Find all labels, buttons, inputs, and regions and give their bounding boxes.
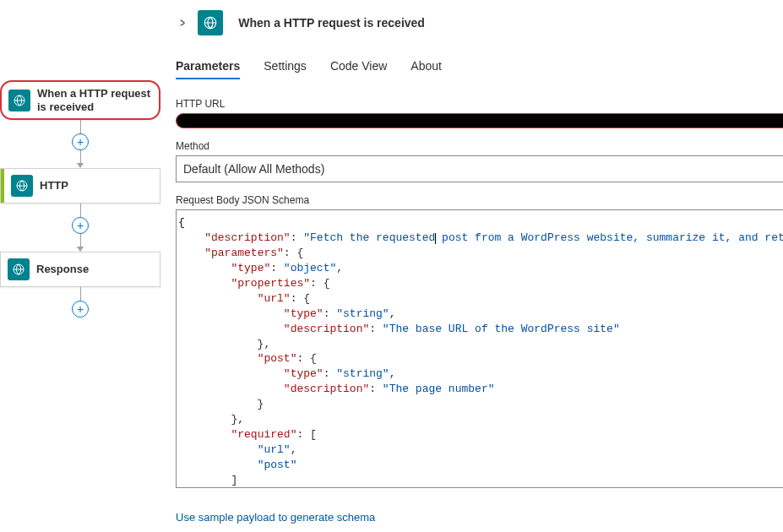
schema-label: Request Body JSON Schema: [176, 194, 783, 206]
http-url-label: HTTP URL: [176, 98, 783, 110]
response-action-node[interactable]: Response: [0, 252, 160, 287]
response-icon: [8, 258, 30, 280]
designer-canvas: When a HTTP request is received + HTTP +: [0, 0, 160, 532]
http-node-label: HTTP: [40, 179, 68, 193]
json-schema-editor[interactable]: { "description": "Fetch the requested po…: [176, 209, 783, 488]
panel-title: When a HTTP request is received: [238, 16, 425, 30]
request-trigger-icon: [8, 90, 30, 111]
trigger-node-label: When a HTTP request is received: [37, 87, 152, 113]
tab-settings[interactable]: Settings: [264, 59, 307, 79]
node-details-panel: > When a HTTP request is received Parame…: [160, 0, 783, 532]
tab-parameters[interactable]: Parameters: [176, 59, 240, 79]
http-icon: [11, 175, 33, 197]
use-sample-payload-link[interactable]: Use sample payload to generate schema: [176, 511, 783, 524]
tab-about[interactable]: About: [411, 59, 442, 79]
trigger-node[interactable]: When a HTTP request is received: [0, 80, 160, 120]
add-step-button-3[interactable]: +: [72, 301, 89, 318]
method-select-value: Default (Allow All Methods): [183, 162, 324, 176]
collapse-panel-icon[interactable]: >: [177, 14, 187, 31]
http-action-node[interactable]: HTTP: [0, 168, 160, 204]
method-label: Method: [176, 140, 783, 152]
add-step-button-2[interactable]: +: [72, 217, 89, 234]
http-url-field[interactable]: [176, 113, 783, 128]
tab-code-view[interactable]: Code View: [330, 59, 387, 79]
response-node-label: Response: [36, 263, 89, 276]
panel-tabs: Parameters Settings Code View About: [176, 59, 783, 79]
add-step-button[interactable]: +: [72, 133, 89, 150]
method-select[interactable]: Default (Allow All Methods) ▼: [176, 155, 783, 182]
panel-header-icon: [198, 10, 223, 35]
action-accent: [1, 169, 4, 203]
